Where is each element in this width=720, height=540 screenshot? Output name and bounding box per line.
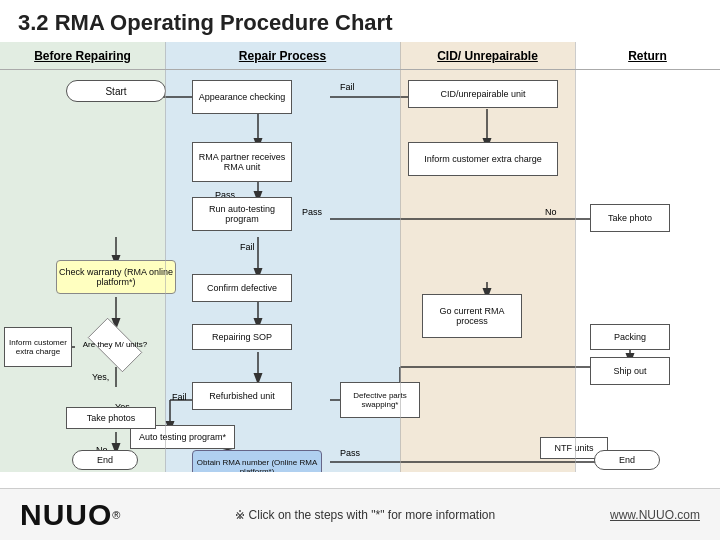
take-photo-box: Take photo: [590, 204, 670, 232]
rma-partner-box: RMA partner receives RMA unit: [192, 142, 292, 182]
col-cid-header: CID/ Unrepairable: [400, 42, 575, 70]
pass-label-3: Pass: [340, 448, 360, 458]
fail-label-2: Fail: [240, 242, 255, 252]
go-current-box: Go current RMA process: [422, 294, 522, 338]
nuuo-logo: NUUO ®: [20, 498, 120, 532]
divider-2: [400, 42, 401, 472]
fail-label-1: Fail: [340, 82, 355, 92]
flow-chart: Before Repairing Repair Process CID/ Unr…: [0, 42, 720, 472]
divider-3: [575, 42, 576, 472]
are-they-diamond: Are they M/ units?: [80, 325, 150, 365]
start-box: Start: [66, 80, 166, 102]
cid-unit-box: CID/unrepairable unit: [408, 80, 558, 108]
packing-box: Packing: [590, 324, 670, 350]
confirm-defective-box: Confirm defective: [192, 274, 292, 302]
end-box-left: End: [72, 450, 138, 470]
col-return-header: Return: [575, 42, 720, 70]
divider-1: [165, 42, 166, 472]
end-box-right: End: [594, 450, 660, 470]
yes-label: Yes,: [92, 372, 109, 382]
footer: NUUO ® ※ Click on the steps with "*" for…: [0, 488, 720, 540]
inform-customer-extra2-box: Inform customer extra charge: [4, 327, 72, 367]
no-label-1: No: [545, 207, 557, 217]
col-repair-header: Repair Process: [165, 42, 400, 70]
col-before-header: Before Repairing: [0, 42, 165, 70]
refurbished-box: Refurbished unit: [192, 382, 292, 410]
footer-instruction: ※ Click on the steps with "*" for more i…: [120, 508, 610, 522]
ship-out-box: Ship out: [590, 357, 670, 385]
pass-label-2: Pass: [302, 207, 322, 217]
footer-url: www.NUUO.com: [610, 508, 700, 522]
fail-label-3: Fail: [172, 392, 187, 402]
check-warranty-box[interactable]: Check warranty (RMA online platform*): [56, 260, 176, 294]
defective-parts-box[interactable]: Defective parts swapping*: [340, 382, 420, 418]
obtain-rma-box[interactable]: Obtain RMA number (Online RMA platform*): [192, 450, 322, 472]
repairing-sop-box[interactable]: Repairing SOP: [192, 324, 292, 350]
appearance-box[interactable]: Appearance checking: [192, 80, 292, 114]
page-title: 3.2 RMA Operating Procedure Chart: [0, 0, 720, 42]
inform-customer-extra-box: Inform customer extra charge: [408, 142, 558, 176]
take-photos-box: Take photos: [66, 407, 156, 429]
col-return-bg: [575, 42, 720, 472]
run-auto-box[interactable]: Run auto-testing program: [192, 197, 292, 231]
